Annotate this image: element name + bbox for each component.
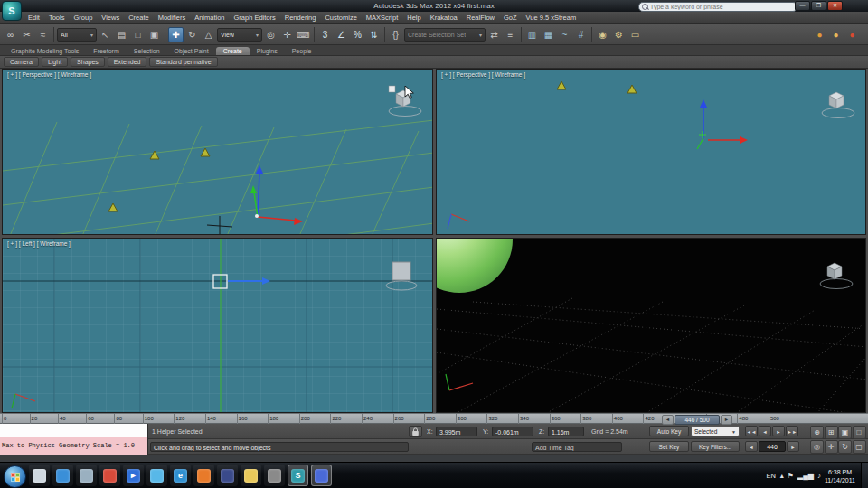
orbit-icon[interactable]: ↻ — [838, 440, 852, 454]
set-key-button[interactable]: Set Key — [649, 441, 689, 452]
render-setup-icon[interactable]: ⚙ — [611, 27, 627, 42]
rendered-frame-window-icon[interactable]: ▭ — [627, 27, 643, 42]
menu-item-modifiers[interactable]: Modifiers — [154, 12, 190, 24]
infocenter-search[interactable] — [638, 2, 797, 12]
language-indicator[interactable]: EN — [766, 472, 775, 480]
render-production-icon[interactable]: ● — [812, 27, 827, 42]
show-desktop-button[interactable] — [861, 463, 868, 488]
menu-item-group[interactable]: Group — [69, 12, 97, 24]
select-and-rotate-icon[interactable]: ↻ — [184, 27, 200, 42]
volume-icon[interactable]: ♪ — [817, 472, 821, 480]
viewport-label[interactable]: [ + ] [ Left ] [ Wireframe ] — [7, 240, 71, 247]
maximize-button[interactable]: ❐ — [811, 1, 826, 11]
layer-manager-icon[interactable]: ▥ — [524, 27, 540, 42]
x-coordinate-field[interactable]: 3.995m — [436, 427, 477, 436]
edit-named-selection-sets-icon[interactable]: {} — [388, 27, 403, 42]
taskbar-app-red[interactable] — [99, 465, 120, 486]
bind-to-space-warp-icon[interactable]: ≈ — [35, 27, 51, 42]
timeline-ruler[interactable]: 0204060801001201401601802002202402602803… — [0, 413, 868, 424]
ribbon-subtab-standard-permative[interactable]: Standard permative — [149, 57, 217, 67]
menu-item-vue-9-5-xstream[interactable]: Vue 9.5 xStream — [522, 12, 581, 24]
taskbar-app-folder[interactable] — [241, 465, 261, 486]
menu-item-create[interactable]: Create — [124, 12, 154, 24]
menu-item-edit[interactable]: Edit — [24, 12, 44, 24]
ribbon-tab-freeform[interactable]: Freeform — [86, 47, 126, 55]
menu-item-tools[interactable]: Tools — [44, 12, 70, 24]
keying-mode-dropdown[interactable]: Selected▼ — [691, 426, 740, 436]
field-of-view-icon[interactable]: ◎ — [810, 440, 824, 454]
maxscript-mini-listener[interactable]: Max to Physics Geometry Scale = 1.0 — [0, 424, 148, 455]
taskbar-app-3dsmax[interactable]: S — [288, 465, 308, 486]
schematic-view-icon[interactable]: # — [573, 27, 589, 42]
minimize-button[interactable]: — — [795, 1, 810, 11]
zoom-region-icon[interactable]: □ — [853, 426, 866, 439]
zoom-extents-icon[interactable]: ▣ — [838, 426, 852, 439]
taskbar-app-media-center[interactable] — [29, 465, 50, 486]
render-iterative-icon[interactable]: ● — [828, 27, 844, 42]
menu-item-customize[interactable]: Customize — [320, 12, 361, 24]
ribbon-subtab-shapes[interactable]: Shapes — [71, 57, 105, 67]
menu-item-realflow[interactable]: RealFlow — [462, 12, 499, 24]
angle-snap-icon[interactable]: ∠ — [334, 27, 349, 42]
menu-item-krakatoa[interactable]: Krakatoa — [426, 12, 462, 24]
play-button[interactable]: ► — [772, 426, 785, 436]
select-and-manipulate-icon[interactable]: ✛ — [279, 27, 295, 42]
3dsmax-logo-icon[interactable]: S — [2, 1, 22, 21]
viewport-bottom-right[interactable]: [ Realistic ] — [436, 238, 866, 413]
show-hidden-icons-icon[interactable]: ▴ — [780, 472, 784, 480]
z-coordinate-field[interactable]: 1.16m — [548, 427, 584, 436]
keyboard-shortcut-override-icon[interactable]: ⌨ — [296, 27, 311, 42]
menu-item-maxscript[interactable]: MAXScript — [362, 12, 402, 24]
select-and-scale-icon[interactable]: △ — [201, 27, 216, 42]
ribbon-tab-object-paint[interactable]: Object Paint — [167, 47, 216, 55]
select-and-link-icon[interactable]: ∞ — [3, 27, 18, 42]
curve-editor-icon[interactable]: ~ — [557, 27, 572, 42]
auto-key-button[interactable]: Auto Key — [649, 426, 689, 436]
taskbar-app-globe[interactable] — [52, 465, 73, 486]
select-and-move-icon[interactable]: ✚ — [168, 27, 184, 42]
network-icon[interactable]: ▂▄▆ — [797, 472, 814, 480]
ribbon-tab-people[interactable]: People — [285, 47, 319, 55]
menu-item-graph-editors[interactable]: Graph Editors — [230, 12, 280, 24]
zoom-all-icon[interactable]: ⊞ — [825, 426, 838, 439]
activeshade-icon[interactable]: ● — [844, 27, 860, 42]
previous-frame-button[interactable]: ◄ — [745, 441, 758, 452]
zoom-icon[interactable]: ⊕ — [810, 426, 824, 439]
previous-frame-button[interactable]: ◄ — [759, 426, 771, 436]
viewport-bottom-left[interactable]: [ + ] [ Left ] [ Wireframe ] — [2, 238, 433, 413]
viewport-top-left[interactable]: [ + ] [ Perspective ] [ Wireframe ] — [2, 69, 433, 235]
taskbar-app-bluewindow[interactable] — [311, 465, 332, 486]
start-button[interactable] — [4, 465, 26, 488]
next-frame-button[interactable]: ► — [787, 441, 799, 452]
taskbar-app-skyblue[interactable] — [146, 465, 167, 486]
menu-item-goz[interactable]: GoZ — [499, 12, 522, 24]
ribbon-subtab-light[interactable]: Light — [42, 57, 68, 67]
taskbar-app-darkblue[interactable] — [217, 465, 238, 486]
add-time-tag-field[interactable]: Add Time Tag — [532, 442, 622, 452]
snaps-toggle-icon[interactable]: 3 — [317, 27, 333, 42]
time-slider-next[interactable]: ► — [721, 415, 732, 425]
menu-item-rendering[interactable]: Rendering — [280, 12, 321, 24]
spinner-snap-icon[interactable]: ⇅ — [366, 27, 382, 42]
taskbar-app-internet-explorer[interactable]: e — [170, 465, 191, 486]
reference-coordinate-dropdown[interactable]: View▾ — [217, 28, 262, 42]
selection-lock-toggle[interactable] — [409, 426, 422, 437]
percent-snap-icon[interactable]: % — [350, 27, 365, 42]
taskbar-app-gray2[interactable] — [264, 465, 285, 486]
taskbar-app-firefox[interactable] — [193, 465, 214, 486]
time-slider[interactable]: 446 / 500 — [675, 415, 720, 425]
menu-item-views[interactable]: Views — [97, 12, 124, 24]
graphite-ribbon-toggle-icon[interactable]: ▦ — [541, 27, 556, 42]
y-coordinate-field[interactable]: -0.061m — [492, 427, 533, 436]
window-crossing-icon[interactable]: ▣ — [146, 27, 162, 42]
select-by-name-icon[interactable]: ▤ — [114, 27, 129, 42]
use-pivot-point-icon[interactable]: ◎ — [263, 27, 278, 42]
viewport-label[interactable]: [ + ] [ Perspective ] [ Wireframe ] — [7, 71, 91, 78]
ribbon-tab-create[interactable]: Create — [216, 47, 250, 55]
ribbon-tab-plugins[interactable]: Plugins — [250, 47, 285, 55]
taskbar-app-gray[interactable] — [76, 465, 97, 486]
close-button[interactable]: ✕ — [827, 1, 843, 11]
clock[interactable]: 6:38 PM 11/14/2011 — [825, 468, 855, 484]
taskbar-app-media-player[interactable]: ► — [123, 465, 144, 486]
mirror-icon[interactable]: ⇄ — [486, 27, 502, 42]
